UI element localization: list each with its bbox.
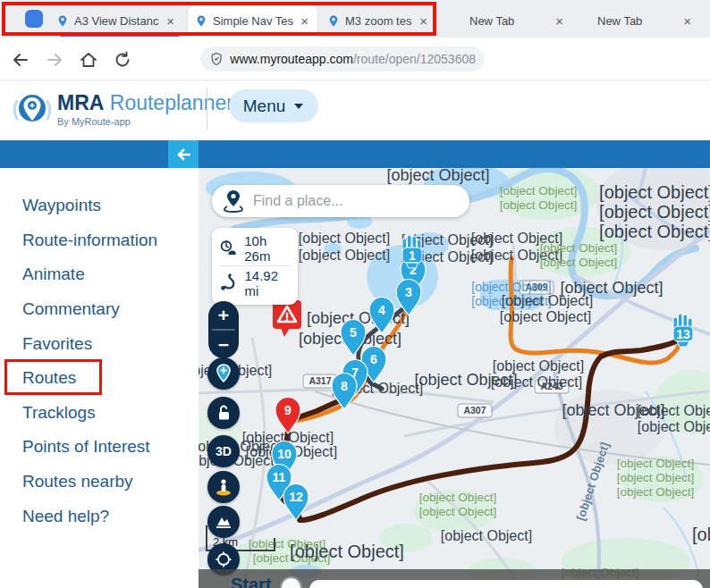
shield-icon	[209, 51, 224, 67]
svg-text:[object Object]: [object Object]	[471, 280, 552, 294]
brand-product: Routeplanner	[110, 91, 233, 114]
svg-text:A307: A307	[463, 405, 486, 416]
pegman-icon	[214, 477, 233, 497]
map-pin-favicon	[327, 14, 340, 28]
close-icon[interactable]: ×	[165, 14, 176, 28]
sidebar-item-commentary[interactable]: Commentary	[0, 292, 199, 327]
app-header: MRA Routeplanner By MyRoute-app Menu	[0, 80, 710, 140]
lock-map-button[interactable]	[207, 397, 240, 429]
close-icon[interactable]: ×	[299, 14, 310, 28]
svg-text:[object Object]: [object Object]	[617, 471, 694, 484]
map-3d-button[interactable]: 3D	[207, 435, 240, 467]
zoom-in-button[interactable]: +	[208, 301, 239, 329]
browser-toolbar: www.myrouteapp.com/route/open/12053608	[0, 38, 710, 80]
svg-text:[object Object]: [object Object]	[386, 168, 489, 184]
close-icon[interactable]: ×	[554, 14, 565, 28]
url-bar[interactable]: www.myrouteapp.com/route/open/12053608	[200, 46, 485, 71]
collapse-sidebar-button[interactable]	[168, 140, 199, 168]
svg-text:[object Object]: [object Object]	[299, 231, 390, 246]
svg-text:[object Object]: [object Object]	[441, 528, 532, 543]
sidebar-item-route-information[interactable]: Route-information	[0, 223, 199, 258]
svg-text:[object Object]: [object Object]	[290, 542, 404, 561]
home-icon[interactable]	[79, 50, 98, 70]
browser-tabstrip: A3 View Distance × Simple Nav Test × M3 …	[0, 0, 710, 38]
tab-title: New Tab	[459, 14, 548, 28]
route-distance-row: 14.92 mi	[212, 266, 298, 300]
map-canvas[interactable]: A309 A317 A307 A243 [object Object] [obj…	[199, 168, 710, 588]
sidebar-item-animate[interactable]: Animate	[0, 257, 199, 292]
tab-new-tab-2[interactable]: New Tab ×	[579, 5, 700, 36]
map-pin-icon	[223, 189, 244, 213]
sidebar-item-favorites[interactable]: Favorites	[0, 326, 199, 361]
tab-title: Simple Nav Test	[213, 14, 293, 28]
tab-new-tab-1[interactable]: New Tab ×	[452, 5, 572, 36]
route-distance-icon	[219, 273, 238, 294]
crosshair-icon	[215, 550, 232, 568]
svg-text:[object Object]: [object Object]	[500, 198, 577, 212]
url-path: /route/open/12053608	[353, 52, 476, 66]
svg-text:[object Object]: [object Object]	[493, 358, 584, 374]
street-view-button[interactable]	[207, 471, 240, 503]
svg-text:[object Object]: [object Object]	[599, 202, 710, 222]
rider-time-icon	[219, 238, 238, 259]
svg-text:4: 4	[378, 303, 385, 317]
menu-label: Menu	[243, 97, 286, 116]
svg-text:[object Object]: [object Object]	[638, 403, 710, 418]
tab-simple-nav-test[interactable]: Simple Nav Test ×	[188, 4, 317, 38]
brand-mra: MRA	[57, 91, 104, 114]
zoom-controls: + −	[208, 301, 239, 358]
zoom-out-button[interactable]: −	[208, 331, 239, 358]
svg-text:[object Object]: [object Object]	[502, 293, 593, 308]
elevation-chart-button[interactable]	[207, 506, 240, 538]
start-panel: Start	[199, 569, 710, 588]
start-toggle[interactable]	[280, 576, 302, 588]
svg-text:11: 11	[273, 470, 286, 484]
route-distance: 14.92 mi	[244, 268, 291, 298]
tab-m3-zoom-test[interactable]: M3 zoom test – I ×	[320, 5, 436, 36]
route-stats: 10h 26m 14.92 mi	[212, 228, 298, 305]
pin-plus-icon	[215, 364, 232, 383]
svg-text:[object Object]: [object Object]	[617, 485, 694, 499]
svg-text:[object Object]: [object Object]	[599, 222, 710, 241]
svg-text:[object Object]: [object Object]	[540, 256, 617, 269]
back-icon[interactable]	[11, 50, 30, 70]
find-place-search[interactable]	[212, 185, 469, 217]
sidebar: Waypoints Route-information Animate Comm…	[0, 168, 199, 588]
svg-text:[object Object]: [object Object]	[599, 182, 710, 202]
tab-a3-view-distance[interactable]: A3 View Distance ×	[49, 5, 183, 36]
sidebar-item-tracklogs[interactable]: Tracklogs	[0, 396, 199, 431]
tab-title: New Tab	[587, 14, 676, 28]
route-duration: 10h 26m	[244, 233, 291, 264]
panel-header-bar	[0, 140, 710, 168]
start-track	[309, 580, 703, 588]
url-host: www.myrouteapp.com	[230, 52, 353, 66]
close-icon[interactable]: ×	[681, 14, 693, 28]
arrow-left-icon	[176, 148, 190, 161]
tab-group-chip[interactable]	[25, 10, 43, 28]
tab-title: A3 View Distance	[74, 14, 159, 28]
svg-text:13: 13	[676, 327, 690, 341]
svg-text:[object Object]: [object Object]	[540, 241, 617, 255]
sidebar-item-routes[interactable]: Routes	[0, 361, 199, 396]
sidebar-item-points-of-interest[interactable]: Points of Interest	[0, 430, 199, 465]
refresh-icon[interactable]	[113, 50, 132, 70]
search-input[interactable]	[253, 193, 459, 209]
sidebar-item-waypoints[interactable]: Waypoints	[0, 189, 199, 223]
svg-text:8: 8	[341, 379, 348, 393]
sidebar-item-need-help[interactable]: Need help?	[0, 499, 199, 533]
svg-text:[object Object]: [object Object]	[638, 419, 710, 434]
add-waypoint-button[interactable]	[207, 357, 240, 390]
tab-title: M3 zoom test – I	[345, 14, 412, 28]
svg-text:1: 1	[409, 248, 416, 263]
lock-open-icon	[215, 404, 232, 422]
content: Waypoints Route-information Animate Comm…	[0, 168, 710, 588]
forward-icon[interactable]	[45, 50, 64, 70]
close-icon[interactable]: ×	[418, 14, 429, 28]
sidebar-item-routes-nearby[interactable]: Routes nearby	[0, 465, 199, 500]
map-3d-label: 3D	[216, 444, 232, 458]
svg-text:9: 9	[284, 403, 292, 417]
svg-text:[object Object]: [object Object]	[491, 374, 582, 390]
menu-button[interactable]: Menu	[229, 89, 318, 122]
road-badge-a307: A307	[458, 404, 492, 417]
screen: A3 View Distance × Simple Nav Test × M3 …	[0, 0, 710, 588]
